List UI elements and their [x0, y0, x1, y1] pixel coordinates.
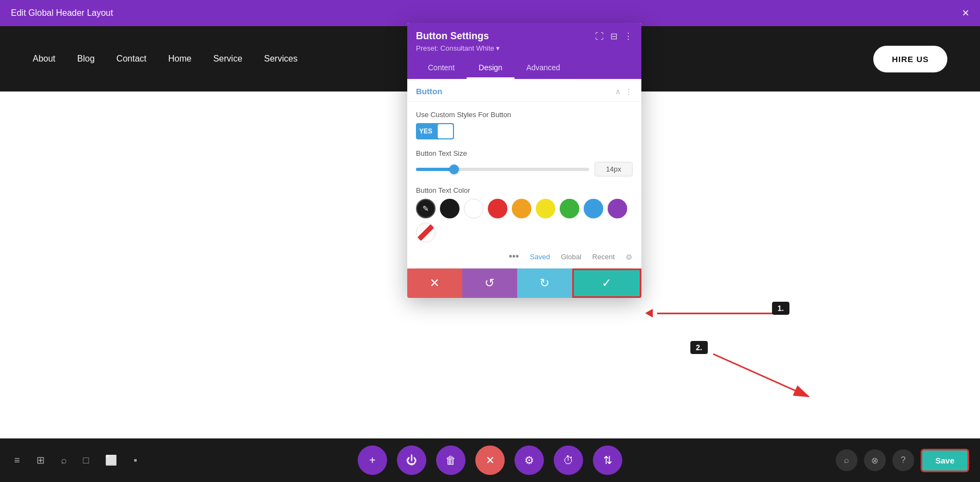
color-swatches: ✎ — [416, 199, 633, 242]
save-button[interactable]: Save — [921, 449, 969, 472]
arrow-1 — [645, 309, 777, 318]
color-settings-icon[interactable]: ⚙ — [626, 253, 633, 261]
desktop-icon[interactable]: □ — [80, 452, 93, 469]
color-tab-recent[interactable]: Recent — [592, 253, 615, 261]
panel-actions: ✕ ↺ ↻ ✓ — [407, 269, 641, 298]
collapse-section-icon[interactable]: ∧ — [615, 87, 621, 96]
undo-button[interactable]: ↺ — [462, 269, 517, 298]
bottom-toolbar: ≡ ⊞ ⌕ □ ⬜ ▪ + ⏻ 🗑 ✕ ⚙ ⏱ ⇅ ⌕ ⊗ ? Save — [0, 438, 980, 482]
panel-title: Button Settings — [416, 30, 489, 42]
color-tab-global[interactable]: Global — [561, 253, 581, 261]
mobile-icon[interactable]: ▪ — [130, 452, 140, 469]
toggle-yes-text: YES — [416, 127, 437, 135]
panel-preset[interactable]: Preset: Consultant White ▾ — [416, 44, 633, 52]
text-size-slider-row: 14px — [416, 162, 633, 176]
close-button[interactable]: × — [962, 7, 969, 19]
expand-icon[interactable]: ⛶ — [595, 32, 604, 41]
power-button[interactable]: ⏻ — [397, 446, 426, 475]
toolbar-right: ⌕ ⊗ ? Save — [836, 449, 969, 472]
close-button-center[interactable]: ✕ — [475, 446, 505, 475]
color-tab-bar: ••• Saved Global Recent ⚙ — [416, 248, 633, 269]
nav-service[interactable]: Service — [213, 54, 242, 64]
gear-button[interactable]: ⚙ — [514, 446, 544, 475]
panel-body: Button ∧ ⋮ Use Custom Styles For Button … — [407, 79, 641, 269]
search-right-icon[interactable]: ⌕ — [836, 449, 857, 471]
badge-1: 1. — [772, 302, 789, 315]
panel-section-title: Button — [416, 87, 442, 96]
panel-header-top: Button Settings ⛶ ⊟ ⋮ — [416, 30, 633, 42]
tab-design[interactable]: Design — [467, 58, 514, 79]
color-swatch-red[interactable] — [488, 199, 507, 218]
nav-services[interactable]: Services — [264, 54, 297, 64]
tab-content[interactable]: Content — [416, 58, 467, 79]
nav-blog[interactable]: Blog — [77, 54, 95, 64]
more-options-icon[interactable]: ⋮ — [624, 31, 633, 41]
arrow-head-1 — [645, 309, 653, 318]
text-color-label: Button Text Color — [416, 186, 633, 194]
color-swatch-black[interactable] — [440, 199, 460, 218]
confirm-button[interactable]: ✓ — [572, 269, 641, 298]
panel-section-actions: ∧ ⋮ — [615, 87, 633, 96]
panel-header: Button Settings ⛶ ⊟ ⋮ Preset: Consultant… — [407, 23, 641, 79]
color-swatch-yellow[interactable] — [536, 199, 555, 218]
toggle-knob — [438, 124, 453, 138]
custom-styles-label: Use Custom Styles For Button — [416, 111, 633, 119]
color-tab-saved[interactable]: Saved — [530, 253, 550, 261]
color-swatch-white[interactable] — [464, 199, 483, 218]
history-button[interactable]: ⏱ — [554, 446, 583, 475]
color-swatch-green[interactable] — [560, 199, 579, 218]
nav-contact[interactable]: Contact — [117, 54, 146, 64]
grid-icon[interactable]: ⊞ — [33, 451, 48, 469]
hire-us-button[interactable]: HIRE US — [873, 46, 947, 72]
help-icon[interactable]: ? — [892, 449, 914, 471]
panel-header-icons: ⛶ ⊟ ⋮ — [595, 31, 633, 41]
toolbar-center: + ⏻ 🗑 ✕ ⚙ ⏱ ⇅ — [358, 446, 622, 475]
add-button[interactable]: + — [358, 446, 387, 475]
layers-icon[interactable]: ⊗ — [864, 449, 886, 471]
slider-track[interactable] — [416, 168, 589, 171]
slider-fill — [416, 168, 454, 171]
dots-icon: ••• — [509, 251, 519, 263]
arrow-line-1 — [657, 313, 777, 314]
search-icon[interactable]: ⌕ — [58, 452, 70, 469]
color-swatch-none[interactable] — [416, 223, 436, 242]
settings-icon[interactable]: ≡ — [11, 452, 23, 469]
nav-about[interactable]: About — [33, 54, 56, 64]
nav-links: About Blog Contact Home Service Services — [33, 54, 297, 64]
tablet-icon[interactable]: ⬜ — [102, 451, 120, 469]
panel-content: Use Custom Styles For Button YES Button … — [407, 102, 641, 269]
eyedropper-icon: ✎ — [422, 204, 429, 213]
text-size-label: Button Text Size — [416, 149, 633, 157]
redo-button[interactable]: ↻ — [517, 269, 572, 298]
custom-styles-toggle[interactable]: YES — [416, 123, 454, 139]
toolbar-left: ≡ ⊞ ⌕ □ ⬜ ▪ — [11, 451, 140, 469]
delete-button[interactable]: 🗑 — [436, 446, 465, 475]
color-picker-swatch[interactable]: ✎ — [416, 199, 436, 218]
layout-button[interactable]: ⇅ — [593, 446, 622, 475]
slider-value[interactable]: 14px — [595, 162, 633, 176]
color-swatch-purple[interactable] — [608, 199, 627, 218]
button-settings-panel: Button Settings ⛶ ⊟ ⋮ Preset: Consultant… — [407, 23, 641, 298]
cancel-button[interactable]: ✕ — [407, 269, 462, 298]
panel-section-header: Button ∧ ⋮ — [407, 79, 641, 102]
color-swatch-blue[interactable] — [584, 199, 603, 218]
title-bar: Edit Global Header Layout × — [0, 0, 980, 26]
tab-advanced[interactable]: Advanced — [514, 58, 572, 79]
columns-icon[interactable]: ⊟ — [610, 31, 617, 41]
nav-home[interactable]: Home — [168, 54, 192, 64]
section-more-icon[interactable]: ⋮ — [625, 87, 633, 96]
title-bar-text: Edit Global Header Layout — [11, 8, 113, 18]
color-swatch-orange[interactable] — [512, 199, 531, 218]
badge-2: 2. — [690, 341, 708, 354]
panel-tabs: Content Design Advanced — [416, 58, 633, 79]
slider-thumb[interactable] — [449, 164, 459, 174]
